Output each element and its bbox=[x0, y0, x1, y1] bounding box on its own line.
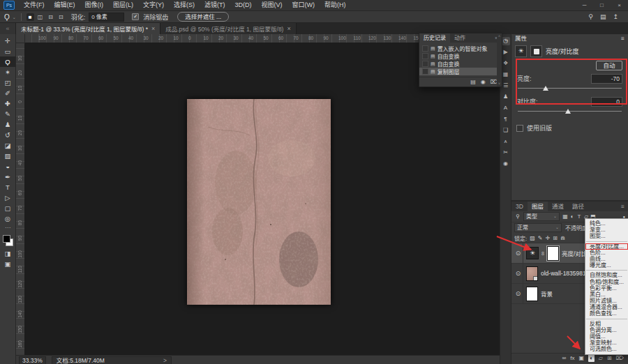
history-state[interactable]: ▤置入嵌入的智能对象 bbox=[419, 45, 502, 52]
adjustment-menu-item[interactable]: 阈值... bbox=[585, 333, 628, 340]
character-icon[interactable]: A bbox=[501, 104, 510, 112]
feather-input[interactable]: 0 像素 bbox=[89, 13, 124, 22]
toolbar-collapse-icon[interactable]: « bbox=[0, 23, 16, 34]
brightness-value-field[interactable]: -70 bbox=[591, 74, 622, 84]
pasteboard[interactable] bbox=[24, 43, 500, 356]
type-tool[interactable]: T bbox=[0, 182, 15, 192]
menubar-item[interactable]: 3D(D) bbox=[230, 0, 257, 10]
visibility-eye-icon[interactable]: ⊙ bbox=[514, 264, 523, 283]
link-layers-icon[interactable]: ∞ bbox=[562, 354, 566, 362]
panel-tab-图层[interactable]: 图层 bbox=[528, 202, 548, 211]
adjustment-menu-item[interactable]: 图案... bbox=[585, 233, 628, 239]
menubar-item[interactable]: 窗口(W) bbox=[287, 0, 320, 10]
healing-brush-tool[interactable]: ✚ bbox=[0, 98, 15, 109]
eyedropper-tool[interactable]: ✐ bbox=[0, 88, 15, 98]
history-tab[interactable]: 历史记录 bbox=[419, 33, 450, 43]
paragraph-icon[interactable]: ¶ bbox=[501, 115, 510, 123]
lock-all-icon[interactable]: ⋒ bbox=[560, 235, 565, 241]
filter-pixel-layers-icon[interactable]: ▦ bbox=[562, 213, 569, 220]
workspace-icon[interactable]: ▤ bbox=[600, 13, 606, 20]
new-document-from-state-icon[interactable]: ▤ bbox=[470, 79, 476, 85]
layer-style-icon[interactable]: fx bbox=[570, 354, 574, 362]
minimize-button[interactable]: ─ bbox=[576, 0, 593, 10]
current-tool-icon[interactable]: Ϙ bbox=[3, 13, 10, 21]
marquee-tool[interactable]: ▭ bbox=[0, 46, 15, 56]
panel-tab-路径[interactable]: 路径 bbox=[568, 202, 588, 211]
eraser-tool[interactable]: ◪ bbox=[0, 140, 15, 151]
zoom-level-field[interactable]: 33.33% bbox=[19, 356, 46, 364]
rectangle-tool[interactable]: ▢ bbox=[0, 203, 15, 213]
glyphs-icon[interactable]: ᴀ bbox=[501, 137, 510, 146]
use-legacy-checkbox[interactable] bbox=[516, 125, 523, 132]
adjustment-menu-item[interactable]: 渐变... bbox=[585, 227, 628, 233]
scroll-down-icon[interactable]: ˅ bbox=[497, 82, 502, 86]
history-source-checkbox[interactable] bbox=[422, 53, 428, 59]
zoom-tool[interactable]: ◎ bbox=[0, 213, 15, 224]
menubar-item[interactable]: 帮助(H) bbox=[320, 0, 351, 10]
subtract-from-selection-icon[interactable]: ⊟ bbox=[46, 13, 55, 21]
menubar-item[interactable]: 编辑(E) bbox=[50, 0, 80, 10]
adjustment-menu-item[interactable]: 纯色... bbox=[585, 220, 628, 227]
tab-close-icon[interactable]: × bbox=[151, 25, 155, 32]
panel-tab-3D[interactable]: 3D bbox=[511, 202, 528, 211]
blend-mode-dropdown[interactable]: 正常 ⌄ bbox=[514, 223, 562, 232]
properties-menu-icon[interactable]: ≡ bbox=[621, 34, 625, 43]
move-tool[interactable]: ✛ bbox=[0, 36, 15, 46]
lock-position-icon[interactable]: ✛ bbox=[546, 235, 551, 241]
foreground-color-swatch[interactable] bbox=[3, 235, 10, 243]
new-selection-icon[interactable]: ■ bbox=[27, 13, 34, 21]
brightness-slider[interactable] bbox=[518, 85, 622, 91]
adjustment-menu-item[interactable]: 色调分离... bbox=[585, 327, 628, 333]
new-adjustment-layer-icon[interactable]: ◐ bbox=[588, 354, 595, 362]
adjustment-menu-item[interactable]: 曲线... bbox=[585, 256, 628, 262]
new-layer-icon[interactable]: ⊞ bbox=[607, 354, 612, 362]
tool-presets-icon[interactable]: ✂ bbox=[501, 149, 510, 157]
lasso-tool[interactable]: Ϙ bbox=[0, 56, 15, 67]
screen-mode-icon[interactable]: ▣ bbox=[0, 259, 15, 269]
contrast-slider[interactable] bbox=[518, 108, 622, 114]
menubar-item[interactable]: 文字(Y) bbox=[138, 0, 169, 10]
brush-tool[interactable]: ✎ bbox=[0, 109, 15, 119]
add-layer-mask-icon[interactable]: ▣ bbox=[578, 354, 584, 362]
add-to-selection-icon[interactable]: ◫ bbox=[36, 13, 45, 21]
adjustment-menu-item[interactable]: 渐变映射... bbox=[585, 340, 628, 346]
pen-tool[interactable]: ✒ bbox=[0, 172, 15, 182]
menubar-item[interactable]: 图层(L) bbox=[108, 0, 138, 10]
select-and-mask-button[interactable]: 选择并遮住 ... bbox=[177, 12, 229, 22]
adjustment-menu-item[interactable]: 色相/饱和度... bbox=[585, 279, 628, 285]
maximize-button[interactable]: □ bbox=[593, 0, 611, 10]
color-swatches[interactable] bbox=[3, 235, 13, 246]
tool-preset-caret-icon[interactable]: ⌄ bbox=[13, 15, 16, 20]
adjustment-menu-item[interactable]: 色阶... bbox=[585, 250, 628, 256]
menubar-item[interactable]: 视图(V) bbox=[257, 0, 287, 10]
adjustment-menu-item[interactable]: 色彩平衡... bbox=[585, 285, 628, 291]
adjustment-menu-item[interactable]: 黑白... bbox=[585, 291, 628, 298]
libraries-icon[interactable]: ◉ bbox=[501, 160, 510, 168]
visibility-eye-icon[interactable]: ⊙ bbox=[514, 284, 523, 303]
menubar-item[interactable]: 文件(F) bbox=[19, 0, 50, 10]
filter-kind-dropdown[interactable]: 类型 ⌄ bbox=[523, 212, 560, 221]
document-canvas[interactable] bbox=[187, 99, 331, 305]
delete-layer-icon[interactable]: ⌦ bbox=[616, 354, 624, 362]
share-icon[interactable]: ↥ bbox=[613, 13, 618, 20]
lock-artboard-icon[interactable]: ⊞ bbox=[553, 235, 558, 241]
mask-chip-icon[interactable] bbox=[530, 45, 542, 57]
filter-adjustment-layers-icon[interactable]: ◐ bbox=[569, 213, 576, 220]
layer-mask-thumbnail[interactable] bbox=[547, 246, 559, 261]
visibility-eye-icon[interactable]: ⊙ bbox=[514, 243, 523, 263]
ruler-corner[interactable] bbox=[16, 34, 25, 43]
adjustment-menu-item[interactable]: 曝光度... bbox=[585, 262, 628, 268]
history-scrollbar[interactable]: ˄ ˅ bbox=[497, 33, 502, 86]
adjustment-menu-item[interactable]: 亮度/对比度... bbox=[585, 243, 628, 250]
adjustment-menu-item[interactable]: 照片滤镜... bbox=[585, 298, 628, 304]
lock-paint-icon[interactable]: ✎ bbox=[538, 235, 543, 241]
history-state[interactable]: ▤复制图层 bbox=[419, 68, 502, 75]
panel-tab-通道[interactable]: 通道 bbox=[548, 202, 568, 211]
layer-thumbnail[interactable] bbox=[526, 266, 538, 281]
brightness-slider-thumb[interactable] bbox=[543, 86, 548, 91]
layer-comps-icon[interactable]: ❏ bbox=[501, 126, 510, 135]
adjustment-menu-item[interactable]: 反相 bbox=[585, 321, 628, 327]
clone-stamp-tool[interactable]: ♟ bbox=[0, 119, 15, 130]
search-icon[interactable]: ⚲ bbox=[588, 13, 593, 20]
auto-button[interactable]: 自动 bbox=[596, 61, 622, 70]
